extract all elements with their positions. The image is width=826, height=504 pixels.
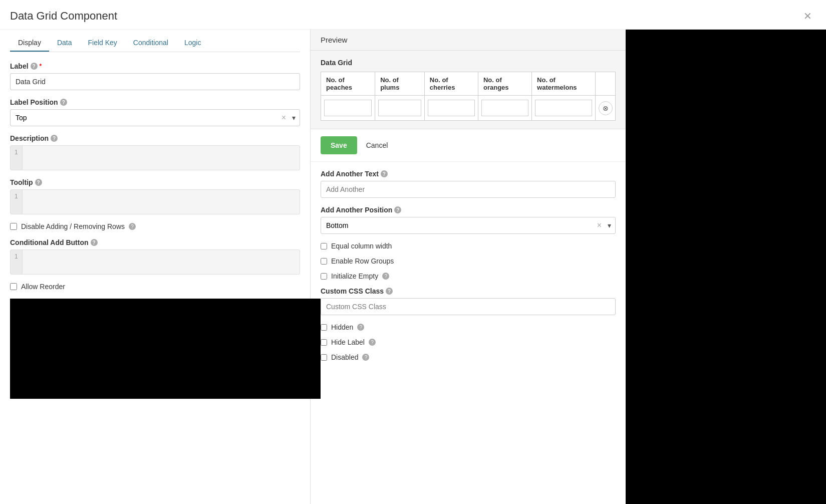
add-another-text-help-icon[interactable]: ? [381, 170, 388, 177]
cell-remove: ⊗ [596, 96, 616, 121]
label-position-help-icon[interactable]: ? [60, 99, 67, 106]
preview-header: Preview [311, 30, 626, 51]
enable-row-groups-group: Enable Row Groups [321, 257, 616, 265]
custom-css-class-help-icon[interactable]: ? [386, 288, 393, 295]
description-line-number: 1 [11, 146, 23, 170]
col-watermelons: No. of watermelons [532, 72, 596, 96]
label-position-label: Label Position ? [10, 98, 300, 106]
tab-conditional[interactable]: Conditional [125, 35, 176, 52]
enable-row-groups-checkbox[interactable] [321, 258, 327, 265]
hidden-label: Hidden [331, 323, 353, 331]
hide-label-checkbox[interactable] [321, 339, 327, 346]
disabled-checkbox[interactable] [321, 354, 327, 361]
tooltip-text: Tooltip [10, 178, 33, 186]
label-field-label: Label ? * [10, 62, 300, 70]
hidden-checkbox[interactable] [321, 324, 327, 331]
cell-plums [375, 96, 425, 121]
col-cherries: No. of cherries [424, 72, 478, 96]
preview-section: Preview Data Grid No. of peaches No. of … [311, 30, 626, 129]
hide-label-help-icon[interactable]: ? [369, 339, 376, 346]
label-position-select[interactable]: Top Bottom Left Right [11, 110, 280, 126]
custom-css-class-input[interactable] [321, 298, 616, 315]
col-oranges: No. of oranges [478, 72, 531, 96]
tooltip-content[interactable] [23, 190, 300, 214]
allow-reorder-group: Allow Reorder [10, 283, 300, 291]
conditional-add-button-content[interactable] [23, 250, 300, 274]
modal-title: Data Grid Component [10, 10, 117, 23]
disabled-group: Disabled ? [321, 353, 616, 361]
description-content[interactable] [23, 146, 300, 170]
black-overlay-right [626, 30, 826, 504]
modal-container: Data Grid Component ✕ Display Data Field… [0, 0, 826, 504]
col-peaches: No. of peaches [321, 72, 375, 96]
tooltip-help-icon[interactable]: ? [35, 179, 42, 186]
input-peaches[interactable] [324, 100, 372, 116]
add-another-position-select[interactable]: Bottom Top [321, 217, 595, 233]
table-row: ⊗ [321, 96, 616, 121]
cell-cherries [424, 96, 478, 121]
left-panel: Display Data Field Key Conditional Logic… [0, 30, 311, 504]
add-another-position-clear-icon[interactable]: × [595, 221, 604, 230]
save-button[interactable]: Save [321, 136, 357, 154]
remove-row-button[interactable]: ⊗ [599, 101, 613, 115]
col-plums: No. of plums [375, 72, 425, 96]
tabs: Display Data Field Key Conditional Logic [10, 30, 300, 52]
cell-oranges [478, 96, 531, 121]
tab-data[interactable]: Data [49, 35, 80, 52]
data-grid-table: No. of peaches No. of plums No. of cherr… [321, 72, 616, 121]
input-plums[interactable] [378, 100, 421, 116]
input-cherries[interactable] [428, 100, 475, 116]
label-help-icon[interactable]: ? [31, 63, 38, 70]
add-another-position-help-icon[interactable]: ? [394, 206, 401, 213]
tab-display[interactable]: Display [10, 35, 49, 52]
hidden-help-icon[interactable]: ? [357, 324, 364, 331]
label-position-arrow-icon[interactable]: ▾ [288, 114, 300, 122]
tooltip-editor[interactable]: 1 [10, 189, 300, 214]
black-overlay-left [10, 299, 321, 399]
equal-column-width-label: Equal column width [331, 242, 392, 250]
label-position-clear-icon[interactable]: × [280, 113, 288, 122]
conditional-add-button-editor[interactable]: 1 [10, 249, 300, 275]
custom-css-class-row: Custom CSS Class ? [321, 287, 616, 315]
description-editor[interactable]: 1 [10, 145, 300, 170]
disable-adding-rows-group: Disable Adding / Removing Rows ? [10, 222, 300, 230]
allow-reorder-label: Allow Reorder [21, 283, 65, 291]
add-another-position-select-wrapper: Bottom Top × ▾ [321, 217, 616, 234]
add-another-text-input[interactable] [321, 181, 616, 198]
disabled-label: Disabled [331, 353, 358, 361]
add-another-position-row: Add Another Position ? Bottom Top × ▾ [321, 206, 616, 234]
disabled-help-icon[interactable]: ? [362, 354, 369, 361]
input-oranges[interactable] [481, 100, 528, 116]
label-group: Label ? * [10, 62, 300, 90]
add-another-text-row: Add Another Text ? [321, 170, 616, 198]
initialize-empty-checkbox[interactable] [321, 273, 327, 280]
disable-adding-rows-help-icon[interactable]: ? [129, 223, 136, 230]
cancel-button[interactable]: Cancel [362, 136, 392, 154]
add-another-position-arrow-icon[interactable]: ▾ [604, 221, 615, 229]
cell-peaches [321, 96, 375, 121]
tab-logic[interactable]: Logic [176, 35, 209, 52]
conditional-add-button-help-icon[interactable]: ? [91, 239, 98, 246]
description-help-icon[interactable]: ? [51, 135, 58, 142]
modal-body: Display Data Field Key Conditional Logic… [0, 30, 826, 504]
allow-reorder-checkbox[interactable] [10, 283, 17, 290]
custom-css-class-label: Custom CSS Class ? [321, 287, 616, 295]
label-position-group: Label Position ? Top Bottom Left Right ×… [10, 98, 300, 126]
label-text: Label [10, 62, 29, 70]
tooltip-label: Tooltip ? [10, 178, 300, 186]
required-star: * [40, 63, 42, 70]
initialize-empty-label: Initialize Empty [331, 272, 378, 280]
right-panel: Preview Data Grid No. of peaches No. of … [311, 30, 626, 504]
input-watermelons[interactable] [535, 100, 592, 116]
tab-field-key[interactable]: Field Key [80, 35, 125, 52]
initialize-empty-help-icon[interactable]: ? [382, 273, 389, 280]
custom-css-class-label-text: Custom CSS Class [321, 287, 384, 295]
disable-adding-rows-checkbox[interactable] [10, 223, 17, 230]
add-another-text-label-text: Add Another Text [321, 170, 379, 178]
col-actions [596, 72, 616, 96]
disable-adding-rows-label: Disable Adding / Removing Rows [21, 222, 125, 230]
hide-label-group: Hide Label ? [321, 338, 616, 346]
close-button[interactable]: ✕ [799, 8, 816, 24]
label-input[interactable] [10, 73, 300, 90]
equal-column-width-checkbox[interactable] [321, 243, 327, 249]
